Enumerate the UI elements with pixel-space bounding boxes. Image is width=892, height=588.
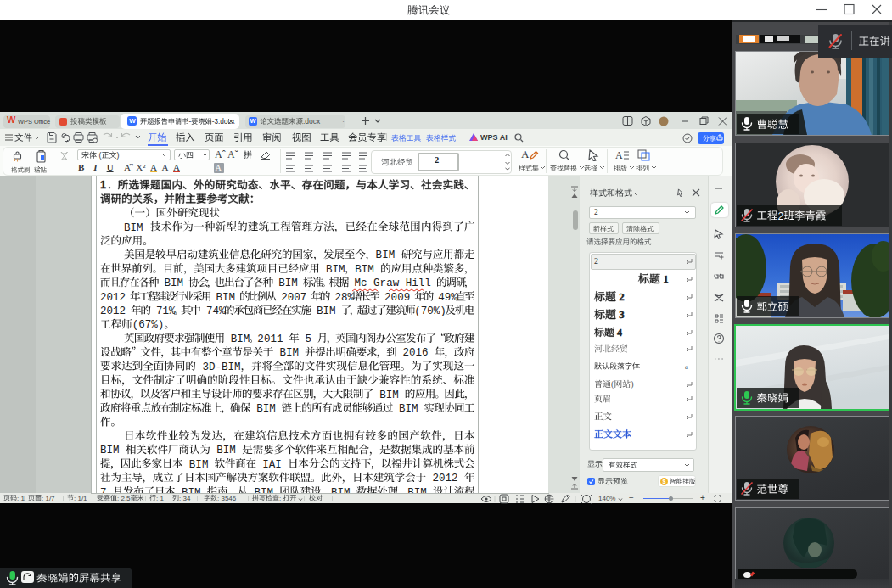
svg-text:A: A — [615, 149, 623, 161]
